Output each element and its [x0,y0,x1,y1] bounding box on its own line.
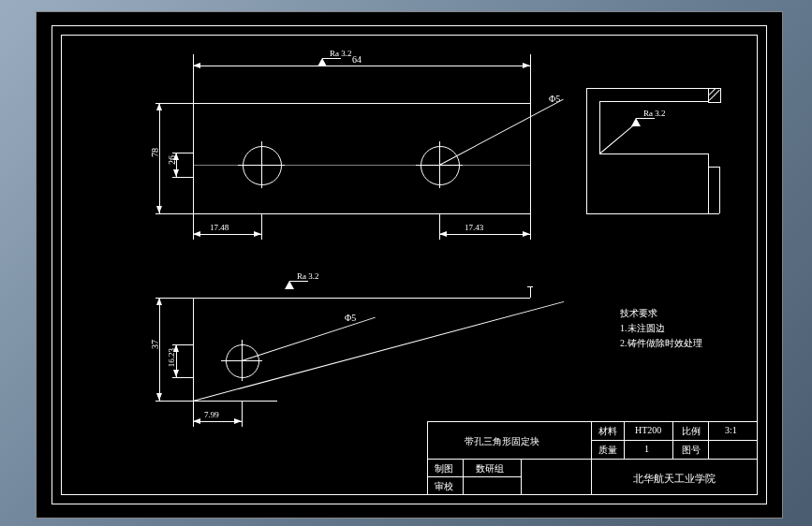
cad-viewport: Φ5 64 Ra 3.2 78 26 17.48 [36,11,783,519]
check-label: 审校 [435,480,453,493]
dim37-text: 37 [150,340,160,349]
dim1743-ar [523,231,530,237]
sv-top [586,88,708,89]
dim799-al [193,418,200,424]
dim1748-text: 17.48 [210,223,229,232]
drawing-frame: Φ5 64 Ra 3.2 78 26 17.48 [61,35,758,495]
sv-inner-left [599,101,600,153]
material: HT200 [635,425,661,435]
sv-surf-leader [599,124,636,154]
sv-top-inner [599,101,708,102]
dim78-au [156,103,162,110]
fv-left [193,298,194,401]
dia-leader-top [439,99,564,166]
fv-right-stub [530,286,531,298]
dim1748-ar [254,231,261,237]
dim64-al [193,63,200,68]
dim799-text: 7.99 [204,410,219,419]
dim37-au [156,298,162,305]
surface-top-bar [322,58,341,59]
dim1743-ext-r [530,213,531,240]
fv-top [193,298,530,299]
hole-left [243,146,282,185]
dim64-line [193,66,530,66]
fv-bottom [193,401,277,402]
dim64-ext-r [530,54,531,103]
scale-label: 比例 [682,425,701,438]
dim799-ar [234,418,242,424]
dim1748-al [193,231,200,237]
drawn-by: 数研组 [476,462,504,475]
dim64-text: 64 [352,54,362,65]
dim26-ad [173,169,179,177]
dim37-ext-b [155,401,193,402]
surface-mid-bar [289,281,308,282]
top-view-top [193,103,530,104]
surface-mid-tri [285,281,294,289]
top-view-bottom [193,213,530,214]
surface-top-text: Ra 3.2 [330,49,352,58]
dim1623-text: 16.23 [167,348,176,367]
title-block: 带孔三角形固定块 制图 数研组 审校 材料 HT200 比例 3:1 质量 1 … [427,421,757,494]
sv-tab-t [708,167,719,168]
dim799-ext-r [242,401,243,427]
tech-req-title: 技术要求 [620,307,657,320]
dim1743-line [439,234,530,235]
dim1748-ext-r [261,213,262,240]
surface-side-bar [636,118,655,119]
part-name: 带孔三角形固定块 [465,435,539,448]
sv-tab-r [719,167,720,213]
hole-right [421,146,460,185]
sv-bottom [586,213,708,214]
material-label: 材料 [598,425,617,438]
weight: 1 [644,444,649,454]
sv-hatch-box [708,88,721,103]
sv-left [586,88,587,213]
dim78-ad [156,206,162,213]
drawn-label: 制图 [435,462,453,475]
scale: 3:1 [725,425,737,435]
institution: 北华航天工业学院 [633,472,716,486]
sv-mid-inner [599,153,708,154]
top-view-right [530,103,531,213]
fv-hole [226,344,259,378]
surface-side-tri [631,118,641,126]
top-view-left [193,103,194,213]
surface-top-tri [317,58,327,66]
dim26-ext-b [172,177,193,178]
dim78-line [159,103,160,213]
sv-right [708,153,709,213]
fv-right-cap [527,286,533,287]
dim78-text: 78 [150,148,160,157]
dim1743-al [439,231,447,237]
dim1743-text: 17.43 [465,223,483,232]
dim1748-line [193,234,261,235]
weight-label: 质量 [598,444,617,457]
dim78-ext-b [155,213,193,214]
tech-req-1: 1.未注圆边 [620,322,665,335]
sv-tab-b [708,213,719,214]
dia-leader-bot [242,317,376,361]
dim1623-ad [173,370,179,377]
surface-mid-text: Ra 3.2 [297,271,319,281]
dim26-text: 26 [167,155,177,165]
sheet-label: 图号 [682,444,701,457]
dim37-line [159,298,160,401]
tech-req-2: 2.铸件做除时效处理 [620,337,702,350]
dim64-ext-l [193,54,194,103]
dia-bot-label: Φ5 [345,313,356,323]
dia-top-label: Φ5 [549,94,560,104]
surface-side-text: Ra 3.2 [643,109,666,118]
dim37-ad [156,393,162,401]
dim64-ar [523,63,530,68]
top-view-centerline [193,165,530,166]
dim1623-ext-b [172,377,193,378]
